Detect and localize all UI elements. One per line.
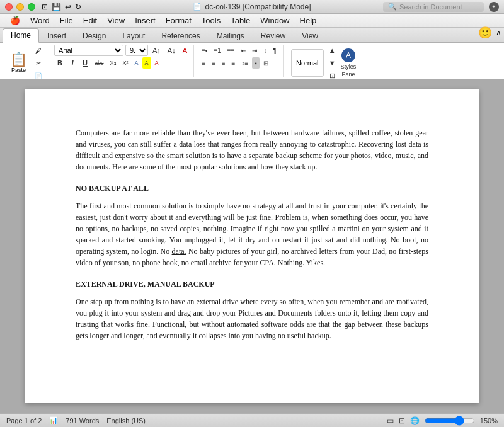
search-box[interactable]: 🔍 Search in Document (383, 2, 484, 12)
menu-view[interactable]: View (102, 14, 130, 27)
styles-area: Normal ▲ ▼ ⊡ A Styles Pane (289, 45, 358, 81)
word-count-icon: 📊 (49, 416, 58, 424)
align-row: ≡ ≡ ≡ ≡ ↕≡ ▪ ⊞ (199, 57, 279, 69)
maximize-button[interactable] (28, 3, 35, 11)
save-icon[interactable]: 💾 (52, 3, 61, 11)
app-window: ⊡ 💾 ↩ ↻ 📄 dc-col-139 [Compatibility Mode… (0, 0, 504, 427)
bullet-list-button[interactable]: ≡• (199, 45, 210, 56)
paragraph-external-drive: One step up from nothing is to have an e… (76, 296, 428, 341)
user-avatar[interactable]: + (489, 2, 499, 12)
underline-button[interactable]: U (79, 57, 91, 69)
paste-icon: 📋 (10, 53, 27, 67)
title-bar-right: 🔍 Search in Document + (383, 2, 499, 12)
menu-format[interactable]: Format (161, 14, 197, 27)
view-web-icon[interactable]: 🌐 (410, 416, 420, 425)
menu-edit[interactable]: Edit (78, 14, 102, 27)
document-content[interactable]: Computers are far more reliable than the… (76, 127, 428, 341)
font-size-select[interactable]: 9.5 (125, 45, 148, 56)
para-controls: ≡• ≡1 ≡≡ ⇤ ⇥ ↕ ¶ ≡ ≡ ≡ ≡ ↕≡ ▪ ⊞ (199, 45, 279, 69)
styles-pane-label: Pane (341, 71, 355, 77)
paste-button[interactable]: 📋 Paste (6, 52, 31, 74)
font-controls: Arial 9.5 A↑ A↓ A B I U abc X₂ X² A (54, 45, 190, 69)
collapse-ribbon-icon[interactable]: ∧ (496, 28, 501, 37)
tab-mailings[interactable]: Mailings (209, 29, 253, 43)
clear-format-button[interactable]: A (180, 45, 190, 56)
view-normal-icon[interactable]: ▭ (387, 416, 394, 425)
subscript-button[interactable]: X₂ (108, 57, 119, 69)
menu-file[interactable]: File (55, 14, 78, 27)
format-painter-button[interactable]: 🖌 (32, 45, 45, 56)
tab-design[interactable]: Design (74, 29, 114, 43)
increase-font-button[interactable]: A↑ (150, 45, 163, 56)
tab-review[interactable]: Review (253, 29, 294, 43)
align-left-button[interactable]: ≡ (199, 57, 208, 69)
list-row: ≡• ≡1 ≡≡ ⇤ ⇥ ↕ ¶ (199, 45, 279, 56)
decrease-font-button[interactable]: A↓ (165, 45, 178, 56)
window-icon: ⊡ (42, 3, 48, 11)
sort-button[interactable]: ↕ (261, 45, 269, 56)
increase-indent-button[interactable]: ⇥ (249, 45, 260, 56)
redo-icon[interactable]: ↻ (75, 3, 81, 11)
justify-button[interactable]: ≡ (229, 57, 238, 69)
underlined-word: data. (172, 247, 186, 256)
tab-insert[interactable]: Insert (39, 29, 74, 43)
menu-word[interactable]: Word (25, 14, 55, 27)
document-page: Computers are far more reliable than the… (25, 89, 479, 403)
search-icon: 🔍 (388, 3, 397, 11)
paste-group: 📋 Paste 🖌 ✂ 📄 (3, 45, 49, 77)
line-spacing-button[interactable]: ↕≡ (239, 57, 251, 69)
minimize-button[interactable] (16, 3, 24, 11)
show-formatting-button[interactable]: ¶ (270, 45, 278, 56)
font-name-row: Arial 9.5 A↑ A↓ A (54, 45, 190, 56)
text-effect-button[interactable]: A (152, 57, 161, 69)
tab-layout[interactable]: Layout (114, 29, 153, 43)
styles-pane-button[interactable]: A Styles Pane (341, 48, 357, 77)
paragraph-group: ≡• ≡1 ≡≡ ⇤ ⇥ ↕ ¶ ≡ ≡ ≡ ≡ ↕≡ ▪ ⊞ (195, 45, 284, 77)
ribbon-toolbar: 📋 Paste 🖌 ✂ 📄 Arial 9.5 (0, 43, 504, 79)
styles-scroll: ▲ ▼ ⊡ (326, 45, 338, 81)
decrease-indent-button[interactable]: ⇤ (238, 45, 248, 56)
paragraph-no-backup: The first and most common solution is to… (76, 200, 428, 268)
align-right-button[interactable]: ≡ (219, 57, 228, 69)
multilevel-list-button[interactable]: ≡≡ (225, 45, 238, 56)
italic-button[interactable]: I (67, 57, 78, 69)
menu-tools[interactable]: Tools (197, 14, 226, 27)
styles-group: Normal ▲ ▼ ⊡ A Styles Pane (285, 45, 362, 77)
shading-button[interactable]: ▪ (252, 57, 260, 69)
status-right: ▭ ⊡ 🌐 150% (387, 416, 498, 426)
view-layout-icon[interactable]: ⊡ (399, 416, 405, 425)
styles-scroll-down[interactable]: ▼ (326, 57, 338, 69)
paragraph-intro: Computers are far more reliable than the… (76, 127, 428, 173)
normal-style-box[interactable]: Normal (291, 49, 324, 77)
undo-icon[interactable]: ↩ (65, 3, 71, 11)
paste-group-content: 📋 Paste 🖌 ✂ 📄 (6, 45, 45, 81)
menu-help[interactable]: Help (295, 14, 322, 27)
styles-label: Styles (341, 64, 357, 70)
font-family-select[interactable]: Arial (54, 45, 123, 56)
tab-view[interactable]: View (294, 29, 326, 43)
zoom-slider[interactable] (425, 416, 475, 426)
align-center-button[interactable]: ≡ (209, 57, 218, 69)
font-format-row: B I U abc X₂ X² A A A (54, 57, 190, 69)
emoji-icon[interactable]: 🙂 (478, 26, 492, 40)
font-color-button[interactable]: A (132, 57, 141, 69)
close-button[interactable] (5, 3, 13, 11)
styles-scroll-up[interactable]: ▲ (326, 45, 338, 56)
tab-home[interactable]: Home (3, 28, 39, 43)
strikethrough-button[interactable]: abc (92, 57, 106, 69)
border-button[interactable]: ⊞ (261, 57, 271, 69)
paste-label: Paste (11, 67, 26, 73)
apple-menu[interactable]: 🍎 (5, 14, 25, 27)
document-scroll-area[interactable]: Computers are far more reliable than the… (0, 79, 504, 413)
menu-window[interactable]: Window (255, 14, 294, 27)
highlight-button[interactable]: A (142, 57, 151, 69)
menu-insert[interactable]: Insert (130, 14, 161, 27)
scissors-button[interactable]: ✂ (32, 57, 45, 69)
ribbon-tabs: Home Insert Design Layout References Mai… (0, 28, 504, 43)
bold-button[interactable]: B (54, 57, 66, 69)
menu-table[interactable]: Table (226, 14, 255, 27)
tab-references[interactable]: References (153, 29, 208, 43)
superscript-button[interactable]: X² (120, 57, 131, 69)
document-title: 📄 dc-col-139 [Compatibility Mode] (193, 3, 311, 11)
numbered-list-button[interactable]: ≡1 (211, 45, 223, 56)
